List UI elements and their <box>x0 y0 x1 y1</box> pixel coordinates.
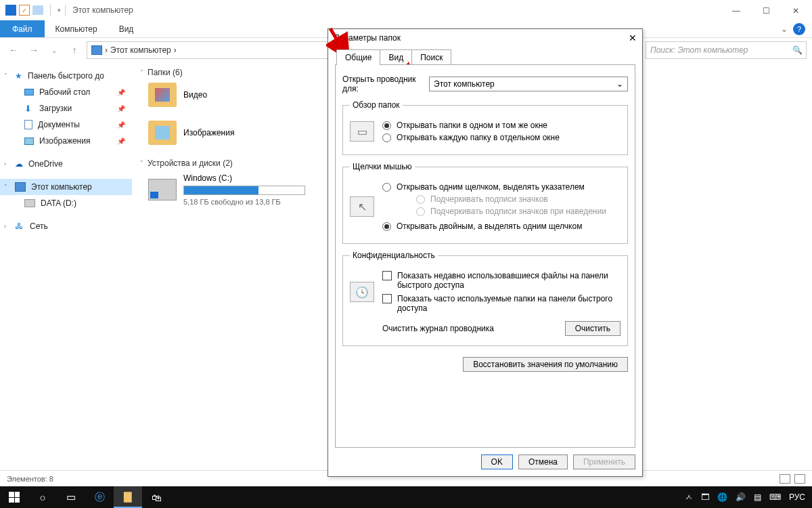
qat-dropdown-icon[interactable]: ▾ <box>58 7 61 14</box>
taskbar: ○ ▭ ⓔ ▇ 🛍 ㅅ 🗔 🌐 🔊 ▤ ⌨ РУС <box>0 486 812 508</box>
clear-button[interactable]: Очистить <box>565 321 621 336</box>
action-center-icon[interactable]: ▤ <box>754 492 761 502</box>
radio-new-window[interactable] <box>382 133 391 142</box>
explorer-icon[interactable]: ▇ <box>114 486 142 508</box>
dialog-title: Параметры папок <box>334 33 401 43</box>
edge-icon[interactable]: ⓔ <box>85 486 114 508</box>
system-tray: ㅅ 🗔 🌐 🔊 ▤ ⌨ РУС <box>678 492 812 503</box>
check-frequent-folders[interactable] <box>382 294 392 303</box>
computer-tab[interactable]: Компьютер <box>45 20 108 37</box>
system-menu-icon[interactable] <box>5 5 16 16</box>
sidebar-this-pc[interactable]: ˅Этот компьютер <box>0 179 132 195</box>
open-explorer-combo[interactable]: Этот компьютер ⌄ <box>429 77 628 91</box>
sidebar-pictures[interactable]: Изображения📌 <box>0 133 132 149</box>
sidebar-documents[interactable]: Документы📌 <box>0 117 132 133</box>
radio-label: Открывать одним щелчком, выделять указат… <box>397 182 585 192</box>
dialog-titlebar[interactable]: Параметры папок ✕ <box>328 29 642 47</box>
drive-icon <box>148 179 177 200</box>
sidebar-label: Документы <box>38 120 80 129</box>
sidebar-onedrive[interactable]: ›☁OneDrive <box>0 156 132 172</box>
search-placeholder: Поиск: Этот компьютер <box>650 45 748 55</box>
cancel-button[interactable]: Отмена <box>518 454 568 469</box>
apply-button[interactable]: Применить <box>573 454 635 469</box>
history-dropdown[interactable]: ⌄ <box>46 42 62 58</box>
click-items-legend: Щелчки мышью <box>350 162 415 171</box>
folder-icon <box>148 83 177 107</box>
sidebar-network[interactable]: ›🖧Сеть <box>0 218 132 234</box>
forward-button[interactable]: → <box>26 42 42 58</box>
up-button[interactable]: ↑ <box>66 42 83 58</box>
tray-overflow-icon[interactable]: ㅅ <box>685 492 693 503</box>
quick-access-toolbar: ✓ ▾ <box>5 5 61 16</box>
details-view-icon[interactable] <box>780 474 790 484</box>
drive-subtext: 5,18 ГБ свободно из 13,8 ГБ <box>183 198 305 206</box>
this-pc-icon <box>15 182 26 192</box>
volume-icon[interactable]: 🔊 <box>736 492 746 502</box>
search-box[interactable]: Поиск: Этот компьютер 🔍 <box>646 41 807 59</box>
qat-properties-icon[interactable]: ✓ <box>19 5 30 16</box>
tab-search[interactable]: Поиск <box>411 49 451 65</box>
chevron-down-icon: ⌄ <box>616 79 623 89</box>
minimize-button[interactable]: — <box>721 1 751 20</box>
check-label: Показать часто используемые папки на пан… <box>397 294 621 313</box>
keyboard-icon[interactable]: ⌨ <box>769 492 781 502</box>
ok-button[interactable]: OK <box>481 454 513 469</box>
large-icons-view-icon[interactable] <box>794 474 805 484</box>
radio-label: Открывать двойным, а выделять одним щелч… <box>397 221 582 231</box>
drive-capacity-bar <box>183 186 305 195</box>
restore-defaults-button[interactable]: Восстановить значения по умолчанию <box>463 357 628 372</box>
browse-folders-legend: Обзор папок <box>350 100 403 110</box>
drive-info: Windows (C:) 5,18 ГБ свободно из 13,8 ГБ <box>183 173 305 206</box>
view-tab[interactable]: Вид <box>108 20 145 37</box>
disk-icon <box>24 199 35 207</box>
maximize-button[interactable]: ☐ <box>751 1 781 20</box>
browse-folders-fieldset: Обзор папок ▭ Открывать папки в одном и … <box>342 100 628 155</box>
radio-label: Подчеркивать подписи значков при наведен… <box>430 207 606 216</box>
cortana-icon[interactable]: ○ <box>28 486 57 508</box>
tab-general[interactable]: Общие <box>336 49 380 65</box>
dialog-footer: OK Отмена Применить <box>328 448 642 476</box>
sidebar-label: OneDrive <box>28 159 63 169</box>
open-explorer-label: Открыть проводник для: <box>342 75 424 93</box>
start-button[interactable] <box>0 486 28 508</box>
dialog-close-button[interactable]: ✕ <box>629 33 637 43</box>
window-title: Этот компьютер <box>72 5 133 15</box>
help-icon[interactable]: ? <box>793 23 805 35</box>
pictures-icon <box>24 137 34 145</box>
network-icon[interactable]: 🌐 <box>717 492 727 502</box>
item-pictures[interactable]: Изображения <box>148 121 234 145</box>
file-tab[interactable]: Файл <box>0 20 45 37</box>
check-recent-files[interactable] <box>382 271 392 280</box>
sidebar-label: Панель быстрого до <box>28 71 104 81</box>
sidebar-quick-access[interactable]: ˅★Панель быстрого до <box>0 68 132 84</box>
radio-single-click[interactable] <box>382 183 391 192</box>
sidebar-downloads[interactable]: ⬇Загрузки📌 <box>0 100 132 117</box>
privacy-fieldset: Конфиденциальность 🕓 Показать недавно ис… <box>342 251 628 346</box>
sidebar-label: Загрузки <box>39 104 72 113</box>
ribbon-collapse-icon[interactable]: ⌄ <box>781 24 788 34</box>
click-icon: ↖ <box>350 196 374 217</box>
downloads-icon: ⬇ <box>24 104 34 113</box>
crumb-sep[interactable]: › <box>174 45 177 55</box>
sidebar-data-drive[interactable]: DATA (D:) <box>0 195 132 211</box>
documents-icon <box>24 120 32 129</box>
breadcrumb[interactable]: Этот компьютер <box>110 45 171 55</box>
close-button[interactable]: ✕ <box>781 1 811 20</box>
back-button[interactable]: ← <box>5 42 22 58</box>
qat-new-folder-icon[interactable] <box>32 5 43 15</box>
radio-double-click[interactable] <box>382 222 391 231</box>
tab-view[interactable]: Вид <box>380 49 412 65</box>
sidebar-label: Этот компьютер <box>31 182 92 192</box>
radio-label: Подчеркивать подписи значков <box>430 194 548 204</box>
group-label: Устройства и диски (2) <box>148 158 233 168</box>
store-icon[interactable]: 🛍 <box>142 486 171 508</box>
radio-same-window[interactable] <box>382 121 391 130</box>
item-video[interactable]: Видео <box>148 83 207 107</box>
network-icon: 🖧 <box>15 221 24 231</box>
sidebar-desktop[interactable]: Рабочий стол📌 <box>0 84 132 100</box>
task-view-icon[interactable]: ▭ <box>57 486 85 508</box>
battery-icon[interactable]: 🗔 <box>701 492 709 502</box>
separator <box>50 5 51 16</box>
ribbon-right: ⌄ ? <box>781 20 812 37</box>
language-indicator[interactable]: РУС <box>789 492 805 502</box>
